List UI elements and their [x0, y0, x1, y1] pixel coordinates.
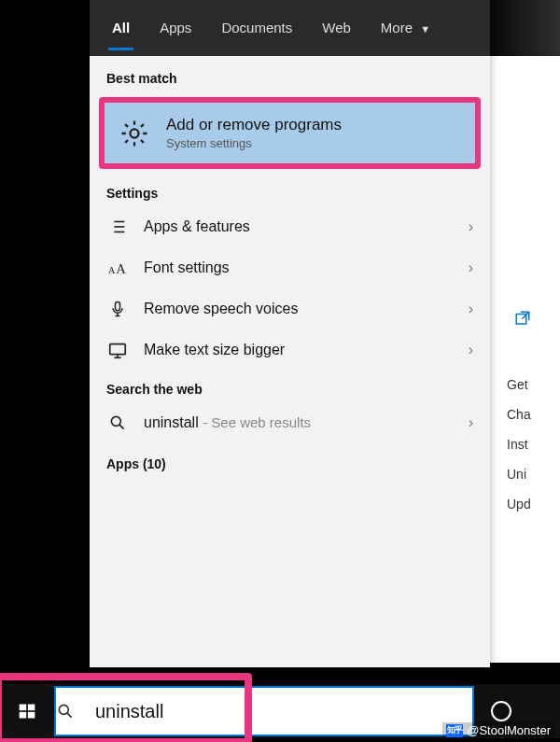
- chevron-right-icon: ›: [455, 218, 473, 235]
- result-label: Apps & features: [144, 218, 440, 235]
- result-remove-speech-voices[interactable]: Remove speech voices ›: [90, 288, 490, 329]
- open-external-icon: [514, 310, 531, 327]
- svg-text:A: A: [108, 265, 116, 275]
- svg-rect-16: [20, 705, 27, 711]
- tab-more-label: More: [381, 20, 413, 35]
- web-subtext: - See web results: [203, 414, 311, 430]
- zhihu-logo-icon: 知乎: [446, 724, 463, 737]
- mic-icon: [106, 298, 129, 320]
- font-icon: A A: [106, 257, 129, 279]
- watermark: 知乎 @StoolMonster: [442, 722, 554, 738]
- search-icon: [106, 412, 129, 434]
- list-icon: [106, 216, 129, 238]
- cortana-ring-icon: [491, 701, 511, 721]
- peek-text: Inst: [507, 437, 528, 452]
- result-make-text-size-bigger[interactable]: Make text size bigger ›: [90, 329, 490, 371]
- svg-line-15: [119, 425, 124, 429]
- svg-point-20: [59, 705, 68, 714]
- section-apps: Apps (10): [90, 443, 490, 477]
- svg-rect-17: [28, 705, 35, 711]
- background-window: Get Cha Inst Uni Upd: [490, 56, 560, 663]
- svg-rect-10: [116, 302, 120, 311]
- peek-text: Get: [507, 377, 528, 392]
- search-input[interactable]: [93, 697, 472, 726]
- tab-more[interactable]: More ▼: [368, 0, 443, 56]
- section-settings: Settings: [90, 175, 490, 206]
- chevron-down-icon: ▼: [420, 23, 430, 35]
- result-apps-and-features[interactable]: Apps & features ›: [90, 206, 490, 247]
- svg-rect-18: [20, 712, 27, 719]
- tab-all[interactable]: All: [99, 0, 143, 56]
- svg-text:A: A: [116, 261, 126, 276]
- results-body: Best match Add or remove programs System…: [90, 56, 490, 667]
- result-label: uninstall - See web results: [144, 414, 440, 431]
- search-results-panel: All Apps Documents Web More ▼ Best match…: [90, 0, 490, 667]
- svg-rect-19: [28, 712, 35, 719]
- result-label: Make text size bigger: [144, 342, 440, 358]
- chevron-right-icon: ›: [455, 259, 473, 276]
- svg-point-14: [111, 416, 120, 426]
- peek-text: Upd: [507, 497, 531, 511]
- chevron-right-icon: ›: [455, 301, 473, 317]
- section-search-web: Search the web: [90, 371, 490, 402]
- web-term: uninstall: [144, 414, 199, 430]
- chevron-right-icon: ›: [455, 414, 473, 431]
- tab-web[interactable]: Web: [309, 0, 364, 56]
- taskbar-search-box[interactable]: [54, 686, 474, 736]
- gear-icon: [118, 117, 151, 150]
- search-icon: [56, 702, 93, 721]
- result-label: Font settings: [144, 259, 440, 276]
- windows-logo-icon: [18, 702, 36, 721]
- result-label: Remove speech voices: [144, 301, 440, 317]
- best-match-subtitle: System settings: [166, 136, 342, 150]
- annotation-highlight: Add or remove programs System settings: [99, 97, 481, 169]
- peek-text: Cha: [507, 407, 531, 422]
- result-add-or-remove-programs[interactable]: Add or remove programs System settings: [105, 103, 475, 163]
- watermark-text: @StoolMonster: [467, 723, 551, 737]
- best-match-title: Add or remove programs: [166, 116, 342, 134]
- svg-point-1: [130, 129, 138, 137]
- monitor-icon: [106, 339, 129, 361]
- tab-documents[interactable]: Documents: [208, 0, 305, 56]
- peek-text: Uni: [507, 467, 526, 482]
- tab-apps[interactable]: Apps: [147, 0, 204, 56]
- svg-rect-11: [110, 344, 126, 355]
- chevron-right-icon: ›: [455, 342, 473, 358]
- search-filter-tabs: All Apps Documents Web More ▼: [90, 0, 490, 56]
- start-button[interactable]: [0, 684, 54, 738]
- section-best-match: Best match: [90, 60, 490, 91]
- result-search-web-uninstall[interactable]: uninstall - See web results ›: [90, 402, 490, 443]
- result-font-settings[interactable]: A A Font settings ›: [90, 247, 490, 288]
- svg-line-21: [67, 713, 72, 718]
